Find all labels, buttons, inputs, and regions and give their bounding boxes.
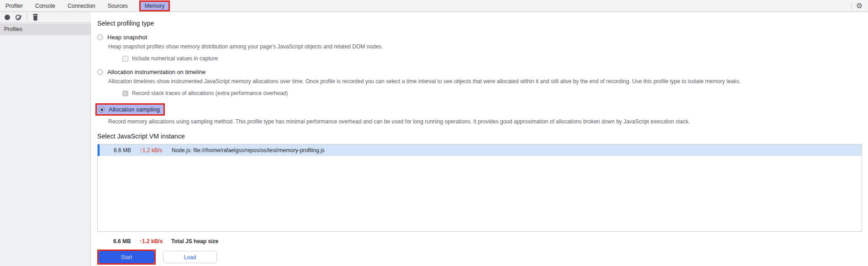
total-heap-label: Total JS heap size [171, 238, 218, 245]
heap-total-row: 6.6 MB ↑1.2 kB/s Total JS heap size [97, 238, 868, 245]
option-label: Allocation instrumentation on timeline [107, 69, 205, 75]
checkbox-label: Record stack traces of allocations (extr… [132, 90, 288, 96]
vm-instance-row[interactable]: 6.6 MB ↑1.2 kB/s Node.js: file:///home/r… [98, 144, 862, 156]
tab-profiler[interactable]: Profiler [5, 1, 24, 11]
profiler-toolbar [0, 12, 91, 23]
vm-instance-name: Node.js: file:///home/rafaelgss/repos/os… [172, 147, 325, 154]
radio-allocation-timeline[interactable]: Allocation instrumentation on timeline [97, 69, 868, 75]
checkbox-label: Include numerical values in capture [132, 55, 218, 62]
option-allocation-timeline: Allocation instrumentation on timeline A… [97, 69, 868, 96]
vm-instance-title: Select JavaScript VM instance [97, 133, 868, 140]
toolbar-divider [851, 3, 852, 9]
radio-icon[interactable] [97, 34, 103, 40]
tab-sources[interactable]: Sources [107, 1, 129, 11]
action-buttons: Start Load [97, 250, 868, 265]
clear-profiles-icon[interactable] [16, 15, 21, 20]
option-description: Heap snapshot profiles show memory distr… [108, 43, 868, 50]
radio-heap-snapshot[interactable]: Heap snapshot [97, 34, 868, 41]
option-description: Record memory allocations using sampling… [108, 118, 868, 125]
radio-selected-icon[interactable] [99, 106, 105, 112]
radio-allocation-sampling[interactable]: Allocation sampling [95, 103, 165, 116]
radio-icon[interactable] [97, 69, 103, 75]
tabbar-right: ⚙ [851, 0, 863, 11]
load-button[interactable]: Load [163, 251, 217, 263]
profiling-type-title: Select profiling type [97, 20, 868, 27]
tab-list: Profiler Console Connection Sources Memo… [5, 0, 170, 11]
option-allocation-sampling: Allocation sampling Record memory alloca… [97, 103, 868, 125]
checkbox-icon[interactable] [122, 56, 128, 62]
profiles-header: Profiles [0, 23, 90, 35]
profiles-sidebar: Profiles [0, 23, 91, 266]
tab-connection[interactable]: Connection [67, 1, 96, 11]
tab-memory[interactable]: Memory [139, 0, 170, 11]
checkbox-record-stack-traces[interactable]: ✓ Record stack traces of allocations (ex… [122, 90, 868, 96]
start-annotation-box: Start [97, 250, 156, 265]
devtools-window: Profiler Console Connection Sources Memo… [0, 0, 868, 266]
record-icon[interactable] [5, 15, 10, 20]
option-label: Allocation sampling [109, 106, 160, 113]
allocation-rate-value: ↑1.2 kB/s [140, 147, 172, 154]
settings-gear-icon[interactable]: ⚙ [856, 2, 863, 10]
option-heap-snapshot: Heap snapshot Heap snapshot profiles sho… [97, 34, 868, 62]
memory-panel: Select profiling type Heap snapshot Heap… [91, 12, 868, 266]
tab-console[interactable]: Console [34, 1, 56, 11]
heap-size-value: 6.6 MB [114, 147, 140, 154]
trash-icon[interactable] [32, 14, 38, 21]
vm-instance-list: 6.6 MB ↑1.2 kB/s Node.js: file:///home/r… [97, 144, 862, 232]
checkbox-include-numerical-values[interactable]: Include numerical values in capture [122, 55, 868, 62]
start-button[interactable]: Start [99, 251, 154, 263]
option-description: Allocation timelines show instrumented J… [108, 78, 868, 85]
total-heap-size: 6.6 MB [113, 238, 139, 245]
checkbox-checked-icon[interactable]: ✓ [122, 90, 128, 96]
toolbar-divider [26, 14, 27, 21]
total-allocation-rate: ↑1.2 kB/s [139, 238, 171, 245]
option-label: Heap snapshot [107, 34, 147, 41]
tab-bar: Profiler Console Connection Sources Memo… [0, 0, 868, 12]
